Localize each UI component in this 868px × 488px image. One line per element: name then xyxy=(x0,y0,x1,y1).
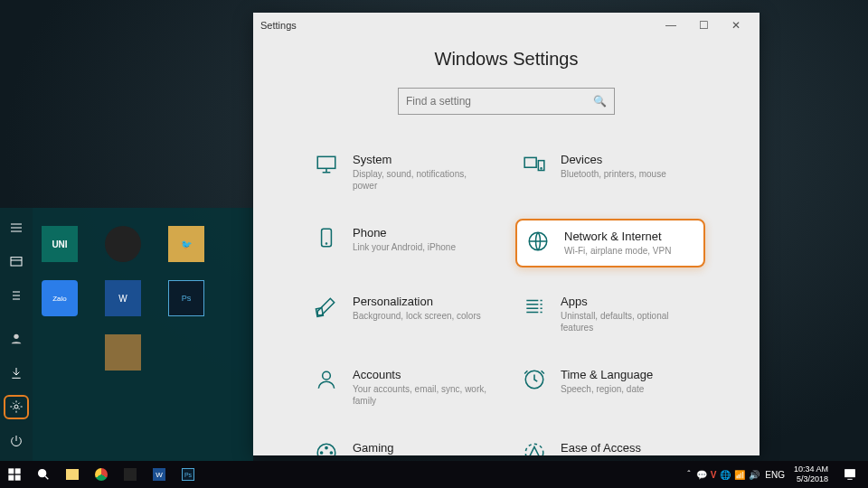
svg-rect-22 xyxy=(15,475,21,481)
category-name: Network & Internet xyxy=(564,230,671,243)
app-dark-icon[interactable] xyxy=(118,462,143,487)
settings-category-network-internet[interactable]: Network & InternetWi-Fi, airplane mode, … xyxy=(515,219,705,267)
ease-icon xyxy=(523,441,548,455)
category-name: Time & Language xyxy=(561,368,653,381)
gaming-icon xyxy=(315,441,340,455)
clock[interactable]: 10:34 AM 5/3/2018 xyxy=(790,465,832,484)
user-icon[interactable] xyxy=(4,326,29,352)
settings-category-gaming[interactable]: Gaming xyxy=(307,434,497,455)
svg-point-2 xyxy=(14,405,18,408)
settings-category-ease-of-access[interactable]: Ease of Access xyxy=(515,434,705,455)
svg-rect-19 xyxy=(8,468,14,474)
category-name: Accounts xyxy=(353,368,490,381)
battery-tray-icon[interactable]: 📶 xyxy=(734,470,745,480)
category-desc: Background, lock screen, colors xyxy=(353,310,481,322)
svg-rect-3 xyxy=(317,156,335,168)
svg-point-11 xyxy=(323,371,331,380)
power-icon[interactable] xyxy=(4,428,29,454)
settings-category-personalization[interactable]: PersonalizationBackground, lock screen, … xyxy=(307,287,497,341)
category-name: System xyxy=(353,153,490,166)
start-tile-chrome[interactable] xyxy=(105,226,141,262)
settings-category-phone[interactable]: PhoneLink your Android, iPhone xyxy=(307,219,497,267)
start-tile-uni[interactable]: UNI xyxy=(42,226,78,262)
settings-window: Settings — ☐ ✕ Windows Settings 🔍 System… xyxy=(253,13,760,455)
tray-chevron-icon[interactable]: ˆ xyxy=(687,470,690,480)
svg-point-14 xyxy=(326,447,327,449)
settings-category-system[interactable]: SystemDisplay, sound, notifications, pow… xyxy=(307,145,497,199)
category-desc: Wi-Fi, airplane mode, VPN xyxy=(564,245,671,257)
monitor-icon xyxy=(315,153,340,178)
svg-rect-21 xyxy=(8,475,14,481)
person-icon xyxy=(315,368,340,393)
svg-point-23 xyxy=(39,470,46,477)
settings-category-time-language[interactable]: Time & LanguageSpeech, region, date xyxy=(515,361,705,414)
minimize-button[interactable]: — xyxy=(655,13,687,38)
taskbar: W Ps ˆ 💬 V 🌐 📶 🔊 ENG 10:34 AM 5/3/2018 xyxy=(0,461,868,488)
settings-category-accounts[interactable]: AccountsYour accounts, email, sync, work… xyxy=(307,361,497,414)
category-desc: Your accounts, email, sync, work, family xyxy=(353,383,490,407)
settings-category-apps[interactable]: AppsUninstall, defaults, optional featur… xyxy=(515,287,705,341)
language-indicator[interactable]: ENG xyxy=(765,470,785,480)
download-icon[interactable] xyxy=(4,361,29,386)
maximize-button[interactable]: ☐ xyxy=(687,13,720,38)
svg-rect-4 xyxy=(524,157,536,167)
category-name: Gaming xyxy=(353,441,394,455)
apps-icon xyxy=(523,295,548,320)
settings-category-devices[interactable]: DevicesBluetooth, printers, mouse xyxy=(515,145,705,199)
window-titlebar: Settings — ☐ ✕ xyxy=(253,13,760,38)
svg-point-1 xyxy=(14,334,18,339)
category-name: Personalization xyxy=(353,295,481,308)
volume-tray-icon[interactable]: 🔊 xyxy=(749,470,760,480)
svg-point-6 xyxy=(541,168,542,169)
category-name: Devices xyxy=(561,153,666,166)
start-menu-tiles: UNI🐦ZaloWPs xyxy=(33,208,253,461)
network-tray-icon[interactable]: 🌐 xyxy=(720,470,731,480)
svg-rect-24 xyxy=(845,470,855,477)
file-explorer-icon[interactable] xyxy=(60,462,85,487)
phone-icon xyxy=(315,226,340,251)
globe-icon xyxy=(526,230,552,255)
recent-icon[interactable] xyxy=(4,249,29,275)
window-app-name: Settings xyxy=(260,20,297,31)
svg-point-16 xyxy=(321,452,323,454)
search-input[interactable] xyxy=(406,95,593,108)
hamburger-icon[interactable] xyxy=(4,215,29,240)
svg-point-17 xyxy=(330,452,332,454)
start-tile-word[interactable]: W xyxy=(105,280,141,316)
category-desc: Uninstall, defaults, optional features xyxy=(561,310,698,333)
close-button[interactable]: ✕ xyxy=(720,13,752,38)
ps-taskbar-icon[interactable]: Ps xyxy=(175,462,201,487)
category-desc: Bluetooth, printers, mouse xyxy=(561,168,666,180)
category-desc: Link your Android, iPhone xyxy=(353,241,456,253)
svg-point-8 xyxy=(326,243,326,244)
svg-rect-20 xyxy=(15,468,21,474)
start-menu-rail xyxy=(0,208,33,461)
word-taskbar-icon[interactable]: W xyxy=(146,462,172,487)
start-tile-zalo[interactable]: Zalo xyxy=(42,280,78,316)
clock-time: 10:34 AM xyxy=(794,465,828,474)
start-tile-ps[interactable]: Ps xyxy=(168,280,204,316)
category-name: Ease of Access xyxy=(561,441,641,455)
settings-rail-icon[interactable] xyxy=(4,395,29,420)
devices-icon xyxy=(523,153,548,178)
pen-icon xyxy=(315,295,340,320)
category-name: Apps xyxy=(561,295,698,308)
list-icon[interactable] xyxy=(4,283,29,308)
v-tray-icon[interactable]: V xyxy=(711,470,717,480)
start-tile-bird[interactable]: 🐦 xyxy=(168,226,204,262)
chat-tray-icon[interactable]: 💬 xyxy=(696,470,707,480)
search-icon: 🔍 xyxy=(593,95,607,108)
notifications-icon[interactable] xyxy=(837,462,863,487)
start-button[interactable] xyxy=(2,462,27,487)
category-name: Phone xyxy=(353,226,456,239)
clock-date: 5/3/2018 xyxy=(797,474,828,484)
search-box[interactable]: 🔍 xyxy=(398,88,615,115)
chrome-taskbar-icon[interactable] xyxy=(89,462,114,487)
page-title: Windows Settings xyxy=(280,49,732,70)
category-desc: Display, sound, notifications, power xyxy=(353,168,490,192)
category-desc: Speech, region, date xyxy=(561,383,653,395)
time-icon xyxy=(523,368,548,393)
system-tray[interactable]: 💬 V 🌐 📶 🔊 xyxy=(696,470,760,480)
search-taskbar-icon[interactable] xyxy=(31,462,56,487)
start-tile-misc[interactable] xyxy=(105,334,141,371)
